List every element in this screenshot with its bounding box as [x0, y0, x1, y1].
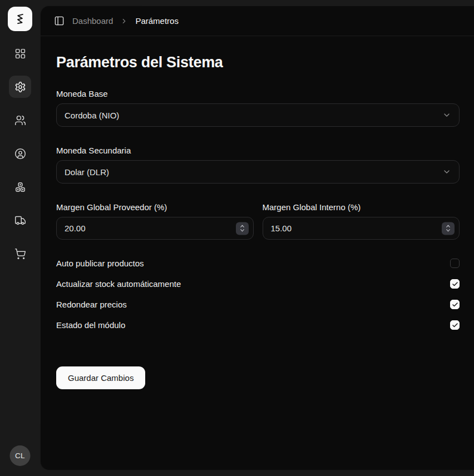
panel-left-icon	[54, 16, 65, 26]
estado-modulo-checkbox[interactable]	[450, 320, 460, 330]
users-icon	[14, 115, 26, 126]
page-title: Parámetros del Sistema	[56, 54, 460, 71]
cart-icon	[14, 248, 26, 260]
save-button[interactable]: Guardar Cambios	[56, 366, 145, 389]
breadcrumb-current: Parámetros	[135, 16, 179, 26]
check-row-estado-modulo: Estado del módulo	[56, 315, 460, 335]
check-label: Redondear precios	[56, 300, 127, 309]
sidebar-toggle-button[interactable]	[54, 16, 65, 26]
chevron-up-icon	[445, 224, 451, 229]
check-label: Estado del módulo	[56, 320, 125, 330]
moneda-base-label: Moneda Base	[56, 89, 460, 98]
chevron-down-icon	[445, 229, 451, 233]
margen-interno-label: Margen Global Interno (%)	[263, 202, 460, 212]
actualizar-stock-checkbox[interactable]	[450, 279, 460, 289]
margen-proveedor-input[interactable]	[56, 217, 254, 240]
margen-interno-stepper[interactable]	[442, 222, 455, 235]
moneda-secundaria-label: Moneda Secundaria	[56, 146, 460, 155]
margen-proveedor-label: Margen Global Proveedor (%)	[56, 202, 254, 212]
field-margen-interno: Margen Global Interno (%)	[263, 202, 460, 240]
moneda-secundaria-select[interactable]: Dolar (DLR)	[56, 160, 460, 184]
moneda-secundaria-value: Dolar (DLR)	[65, 167, 109, 177]
boxes-icon	[14, 181, 26, 193]
field-margen-proveedor: Margen Global Proveedor (%)	[56, 202, 254, 240]
grid-icon	[14, 48, 26, 60]
margen-proveedor-stepper[interactable]	[236, 222, 249, 235]
sidebar-item-orders[interactable]	[9, 242, 31, 265]
chevron-up-icon	[239, 224, 245, 229]
margen-interno-input[interactable]	[263, 217, 460, 240]
sidebar-item-dashboard[interactable]	[9, 42, 31, 65]
auto-publicar-checkbox[interactable]	[450, 259, 460, 268]
toggle-options-list: Auto publicar productos Actualizar stock…	[56, 253, 460, 335]
redondear-precios-checkbox[interactable]	[450, 300, 460, 309]
truck-icon	[14, 215, 26, 226]
chevron-down-icon	[239, 229, 245, 233]
sidebar-item-shipping[interactable]	[9, 209, 31, 231]
field-moneda-secundaria: Moneda Secundaria Dolar (DLR)	[56, 146, 460, 184]
check-row-auto-publicar: Auto publicar productos	[56, 253, 460, 274]
margins-row: Margen Global Proveedor (%) Margen Globa…	[56, 202, 460, 240]
check-icon	[452, 301, 458, 308]
chevron-down-icon	[442, 167, 451, 176]
sidebar-nav	[9, 42, 31, 265]
sidebar-item-products[interactable]	[9, 176, 31, 198]
moneda-base-select[interactable]: Cordoba (NIO)	[56, 103, 460, 127]
chevron-down-icon	[442, 111, 451, 120]
topbar: Dashboard Parámetros	[41, 6, 474, 36]
check-icon	[452, 281, 458, 287]
main-panel: Dashboard Parámetros Parámetros del Sist…	[40, 6, 474, 470]
user-avatar[interactable]: CL	[10, 445, 31, 466]
check-icon	[452, 322, 458, 329]
sidebar-item-settings[interactable]	[9, 76, 31, 98]
user-circle-icon	[14, 148, 26, 160]
check-label: Actualizar stock automáticamente	[56, 279, 181, 289]
avatar-initials: CL	[15, 452, 25, 460]
moneda-base-value: Cordoba (NIO)	[65, 111, 119, 120]
breadcrumb-dashboard-link[interactable]: Dashboard	[72, 16, 113, 26]
check-label: Auto publicar productos	[56, 259, 144, 268]
chevron-right-icon	[120, 17, 128, 25]
app-logo[interactable]	[8, 7, 32, 31]
gear-icon	[14, 81, 26, 93]
check-row-actualizar-stock: Actualizar stock automáticamente	[56, 274, 460, 294]
check-row-redondear-precios: Redondear precios	[56, 294, 460, 315]
breadcrumb: Dashboard Parámetros	[72, 16, 179, 26]
settings-form: Parámetros del Sistema Moneda Base Cordo…	[41, 36, 474, 389]
field-moneda-base: Moneda Base Cordoba (NIO)	[56, 89, 460, 127]
sidebar-item-account[interactable]	[9, 142, 31, 165]
sidebar: CL	[0, 0, 40, 476]
logo-s-icon	[13, 12, 27, 26]
sidebar-item-users[interactable]	[9, 109, 31, 131]
